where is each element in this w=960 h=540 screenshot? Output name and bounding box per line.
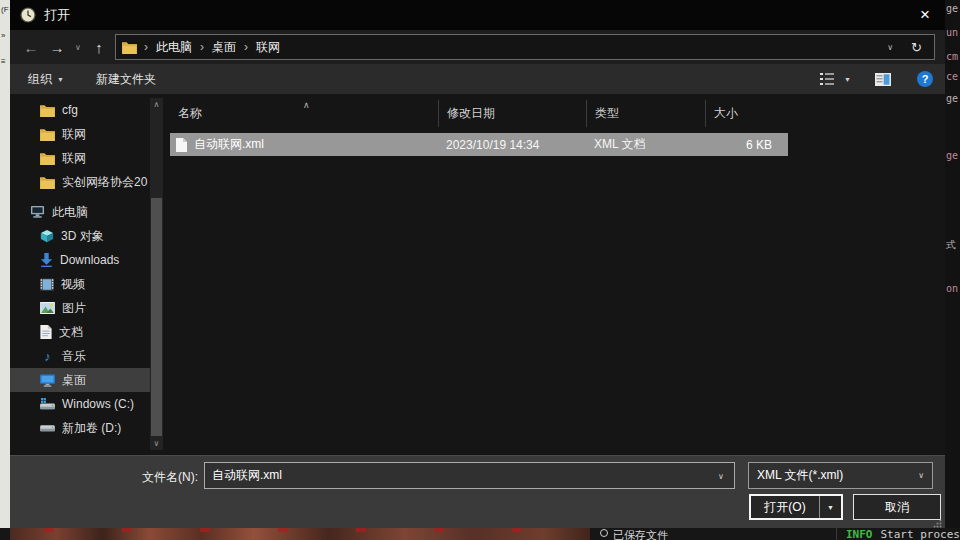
sidebar-item-lianwang-2[interactable]: 联网 bbox=[10, 146, 160, 170]
new-folder-label: 新建文件夹 bbox=[96, 71, 156, 88]
dropdown-icon: ▼ bbox=[57, 76, 64, 83]
recent-locations-button[interactable]: ∨ bbox=[70, 43, 86, 52]
background-left-app-strip: (F » ≡ bbox=[0, 0, 10, 540]
chevron-down-icon: ∨ bbox=[918, 471, 924, 480]
file-row-selected[interactable]: 自动联网.xml 2023/10/19 14:34 XML 文档 6 KB bbox=[170, 133, 788, 156]
column-label: 大小 bbox=[714, 105, 738, 122]
sidebar-item-shichuang[interactable]: 实创网络协会20 bbox=[10, 170, 160, 194]
sidebar-item-label: Downloads bbox=[60, 253, 119, 267]
download-arrow-icon bbox=[40, 253, 53, 267]
sidebar-scrollbar[interactable]: ∧ ∨ bbox=[150, 98, 163, 450]
file-name-cell: 自动联网.xml bbox=[170, 136, 438, 153]
column-label: 名称 bbox=[178, 105, 202, 122]
sidebar-item-this-pc[interactable]: 此电脑 bbox=[10, 200, 160, 224]
sidebar-item-cfg[interactable]: cfg bbox=[10, 98, 160, 122]
sidebar-item-videos[interactable]: 视频 bbox=[10, 272, 160, 296]
filename-dropdown-icon[interactable]: ∨ bbox=[718, 472, 724, 481]
organize-button[interactable]: 组织 ▼ bbox=[28, 71, 64, 88]
sidebar-item-label: 桌面 bbox=[62, 372, 86, 389]
close-icon: × bbox=[920, 5, 930, 25]
breadcrumb-desktop[interactable]: 桌面 bbox=[204, 39, 244, 56]
chevron-down-icon: ∨ bbox=[75, 43, 81, 52]
sidebar-item-3d-objects[interactable]: 3D 对象 bbox=[10, 224, 160, 248]
dialog-titlebar[interactable]: 打开 × bbox=[10, 0, 945, 30]
up-button[interactable]: ↑ bbox=[86, 39, 112, 56]
picture-icon bbox=[40, 302, 55, 314]
sidebar-item-pictures[interactable]: 图片 bbox=[10, 296, 160, 320]
breadcrumb-current-folder[interactable]: 联网 bbox=[248, 39, 288, 56]
sidebar-item-lianwang-1[interactable]: 联网 bbox=[10, 122, 160, 146]
folder-icon bbox=[122, 41, 137, 54]
sidebar-item-label: 3D 对象 bbox=[61, 228, 104, 245]
drive-icon bbox=[40, 423, 55, 434]
address-dropdown-button[interactable]: ∨ bbox=[875, 43, 905, 52]
background-bottom-strip: 已保存文件 INFOStart processing bbox=[0, 528, 960, 540]
sidebar-item-desktop[interactable]: 桌面 bbox=[10, 368, 160, 392]
new-folder-button[interactable]: 新建文件夹 bbox=[96, 71, 156, 88]
file-size-cell: 6 KB bbox=[705, 138, 780, 152]
bg-text-fragment: ge bbox=[946, 150, 958, 161]
dropdown-icon: ▼ bbox=[844, 76, 851, 83]
back-button[interactable]: ← bbox=[18, 39, 44, 56]
breadcrumb-separator: › bbox=[137, 40, 148, 54]
breadcrumb-this-pc[interactable]: 此电脑 bbox=[148, 39, 200, 56]
navigation-bar: ← → ∨ ↑ › 此电脑 › 桌面 › 联网 ∨ ↻ bbox=[10, 30, 945, 64]
sidebar-item-music[interactable]: ♪ 音乐 bbox=[10, 344, 160, 368]
sidebar-item-documents[interactable]: 文档 bbox=[10, 320, 160, 344]
console-log-line: INFOStart processing bbox=[846, 528, 960, 540]
bg-text-fragment: 式 bbox=[946, 238, 956, 252]
forward-button[interactable]: → bbox=[44, 39, 70, 56]
log-message: Start processing bbox=[881, 528, 960, 540]
help-icon: ? bbox=[922, 73, 929, 85]
close-button[interactable]: × bbox=[909, 3, 941, 27]
help-button[interactable]: ? bbox=[917, 71, 933, 87]
view-controls: ▼ ? bbox=[820, 64, 933, 94]
scroll-down-icon[interactable]: ∨ bbox=[150, 439, 163, 448]
resize-grip-icon[interactable] bbox=[933, 517, 942, 526]
sidebar-item-label: 实创网络协会20 bbox=[62, 174, 147, 191]
scroll-up-icon[interactable]: ∧ bbox=[150, 100, 163, 109]
dialog-content: cfg 联网 联网 实创网络协会20 此电脑 bbox=[10, 94, 945, 455]
bg-text-fragment: (F bbox=[1, 6, 10, 14]
preview-pane-icon[interactable] bbox=[875, 73, 891, 86]
bg-text-fragment: ≡ bbox=[1, 58, 10, 66]
open-button[interactable]: 打开(O) ▼ bbox=[749, 494, 843, 520]
chevron-down-icon: ∨ bbox=[887, 43, 893, 52]
details-view-icon[interactable] bbox=[820, 73, 834, 85]
filetype-select[interactable]: XML 文件(*.xml) ∨ bbox=[748, 462, 933, 489]
address-bar[interactable]: › 此电脑 › 桌面 › 联网 ∨ ↻ bbox=[115, 34, 935, 60]
column-header-size[interactable]: 大小 bbox=[705, 100, 780, 127]
column-label: 修改日期 bbox=[447, 105, 495, 122]
sidebar-item-label: 图片 bbox=[62, 300, 86, 317]
bg-text-fragment: un bbox=[946, 27, 958, 38]
clock-app-icon bbox=[20, 7, 36, 23]
folder-icon bbox=[40, 152, 55, 165]
navigation-pane: cfg 联网 联网 实创网络协会20 此电脑 bbox=[10, 98, 160, 440]
bg-text-fragment: cm bbox=[946, 51, 958, 62]
document-icon bbox=[40, 325, 52, 339]
open-button-label[interactable]: 打开(O) bbox=[751, 496, 819, 518]
folder-icon bbox=[40, 128, 55, 141]
sidebar-item-label: 视频 bbox=[61, 276, 85, 293]
sidebar-item-label: 联网 bbox=[62, 150, 86, 167]
bg-text-fragment: on bbox=[946, 283, 958, 294]
refresh-button[interactable]: ↻ bbox=[905, 40, 928, 55]
folder-icon bbox=[40, 176, 55, 189]
sidebar-item-windows-c[interactable]: Windows (C:) bbox=[10, 392, 160, 416]
view-dropdown-button[interactable]: ▼ bbox=[844, 76, 851, 83]
sidebar-item-volume-d[interactable]: 新加卷 (D:) bbox=[10, 416, 160, 440]
open-split-dropdown[interactable]: ▼ bbox=[819, 496, 841, 518]
filename-input[interactable] bbox=[204, 462, 735, 489]
cancel-button[interactable]: 取消 bbox=[853, 494, 941, 520]
column-header-type[interactable]: 类型 bbox=[586, 100, 705, 127]
column-header-date[interactable]: 修改日期 bbox=[438, 100, 586, 127]
file-list: ∧ 名称 修改日期 类型 大小 自动联网.xml 2023/10/19 14:3… bbox=[170, 100, 788, 150]
drive-c-icon bbox=[40, 398, 55, 411]
sidebar-item-label: cfg bbox=[62, 103, 78, 117]
forward-icon: → bbox=[50, 39, 65, 56]
sidebar-item-downloads[interactable]: Downloads bbox=[10, 248, 160, 272]
scrollbar-thumb[interactable] bbox=[151, 198, 162, 436]
saved-files-label: 已保存文件 bbox=[613, 528, 668, 540]
dropdown-icon: ▼ bbox=[827, 504, 834, 511]
cancel-button-label: 取消 bbox=[885, 499, 909, 516]
